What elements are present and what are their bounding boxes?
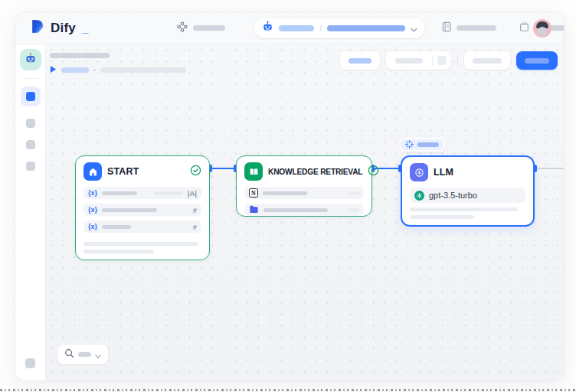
skeleton-bar <box>410 215 474 219</box>
icon-placeholder <box>437 56 447 65</box>
sidebar-item[interactable] <box>26 162 35 171</box>
run-status-bar <box>50 63 186 77</box>
skeleton-bar <box>102 191 137 195</box>
folder-icon <box>249 203 259 217</box>
dataset-row <box>244 204 364 216</box>
variable-icon: {x} <box>88 206 97 214</box>
variable-icon: {x} <box>88 189 97 197</box>
dataset-rows: N <box>237 185 371 216</box>
variable-rows: {x} |A| {x} # {x} <box>76 185 209 233</box>
magnifier-icon <box>64 348 74 361</box>
skeleton-bar <box>263 191 307 195</box>
robot-icon <box>25 52 37 67</box>
dify-logo-icon <box>29 18 45 38</box>
node-header: START <box>76 156 209 185</box>
node-title: KNOWLEDGE RETRIEVAL <box>268 168 362 176</box>
toolbar-secondary-button[interactable] <box>464 51 510 70</box>
node-llm[interactable]: LLM gpt-3.5-turbo <box>401 155 535 227</box>
check-circle-icon <box>368 165 379 179</box>
openai-icon <box>414 191 424 201</box>
skeleton-bar <box>263 208 328 212</box>
workflow-canvas[interactable]: START {x} |A| <box>46 44 564 381</box>
toolbar-split-menu[interactable] <box>433 51 451 70</box>
variable-row: {x} # <box>83 204 201 216</box>
skeleton-bar <box>473 58 502 64</box>
workflow-title-skeleton <box>50 53 110 58</box>
skeleton-bar <box>349 191 359 195</box>
edge-llm-outgoing[interactable] <box>535 168 564 169</box>
toolbar-divider <box>457 56 458 66</box>
book-open-icon <box>244 162 263 181</box>
zoom-control[interactable] <box>57 345 108 364</box>
dot-separator <box>93 69 96 71</box>
skeleton-bar <box>410 207 517 211</box>
edge-start-to-knowledge[interactable] <box>210 168 236 169</box>
calendar-plus-icon <box>519 21 529 35</box>
header-item-notebook[interactable] <box>442 21 496 35</box>
model-row: gpt-3.5-turbo <box>410 188 525 203</box>
sidebar-item[interactable] <box>26 119 35 128</box>
toolbar-split-button[interactable] <box>386 51 451 70</box>
node-title: START <box>107 166 185 177</box>
check-circle-icon <box>190 165 201 179</box>
app-header: Dify _ <box>15 12 564 44</box>
variable-row: {x} |A| <box>83 187 201 199</box>
skeleton-bar <box>83 242 198 246</box>
skeleton-bar <box>78 352 91 357</box>
sidebar-item[interactable] <box>26 140 35 149</box>
toolbar-primary-button[interactable] <box>516 51 558 70</box>
dify-logo[interactable]: Dify _ <box>29 18 88 38</box>
node-start[interactable]: START {x} |A| <box>75 155 210 260</box>
node-title: LLM <box>434 167 525 178</box>
robot-icon <box>262 21 273 35</box>
dataset-row: N <box>244 187 364 199</box>
app-switcher[interactable]: / <box>254 18 425 38</box>
type-number-icon: # <box>193 206 197 214</box>
screen-edge-artifact <box>0 389 576 391</box>
play-icon <box>50 63 57 77</box>
app-switcher-separator: / <box>319 24 322 33</box>
node-header: KNOWLEDGE RETRIEVAL <box>237 156 371 185</box>
sidebar-item-bottom[interactable] <box>25 358 35 368</box>
chevron-down-icon[interactable] <box>95 348 101 361</box>
skeleton-bar <box>327 25 405 31</box>
llm-icon <box>410 163 428 181</box>
home-icon <box>83 162 102 181</box>
skeleton-bar <box>349 58 371 64</box>
sidebar-app-icon[interactable] <box>20 49 41 70</box>
notion-icon: N <box>249 188 258 198</box>
skeleton-bar <box>102 208 157 212</box>
skeleton-bar <box>61 67 89 73</box>
brand-cursor: _ <box>82 21 88 34</box>
skeleton-bar <box>100 67 186 73</box>
type-text-icon: |A| <box>188 189 197 198</box>
skeleton-bar <box>457 25 496 31</box>
notebook-icon <box>442 21 451 35</box>
user-avatar[interactable] <box>533 19 551 38</box>
skeleton-bar <box>417 142 439 147</box>
variable-icon: {x} <box>88 223 97 230</box>
node-description-skeleton <box>76 237 209 253</box>
skeleton-bar <box>279 25 314 31</box>
variable-row: {x} # <box>83 220 201 233</box>
sidebar-item-glyph <box>26 92 35 101</box>
sidebar-item-workflow-selected[interactable] <box>21 87 41 106</box>
brand-name: Dify <box>51 21 76 36</box>
node-knowledge-retrieval[interactable]: KNOWLEDGE RETRIEVAL N <box>236 155 372 217</box>
model-name: gpt-3.5-turbo <box>429 191 477 200</box>
avatar-face <box>538 27 547 36</box>
canvas-toolbar <box>340 51 558 70</box>
apps-icon <box>177 21 188 35</box>
toolbar-split-main[interactable] <box>386 51 432 70</box>
sidebar-divider <box>22 78 39 79</box>
toolbar-pill-button[interactable] <box>340 51 380 70</box>
sidebar <box>15 44 46 381</box>
type-number-icon: # <box>193 223 197 231</box>
skeleton-bar <box>395 58 423 64</box>
spinner-icon <box>405 138 414 152</box>
skeleton-bar <box>154 191 183 195</box>
node-header: LLM <box>402 157 533 186</box>
chevron-down-icon[interactable] <box>411 21 417 35</box>
workspace-menu[interactable] <box>177 21 225 35</box>
skeleton-bar <box>102 225 131 229</box>
